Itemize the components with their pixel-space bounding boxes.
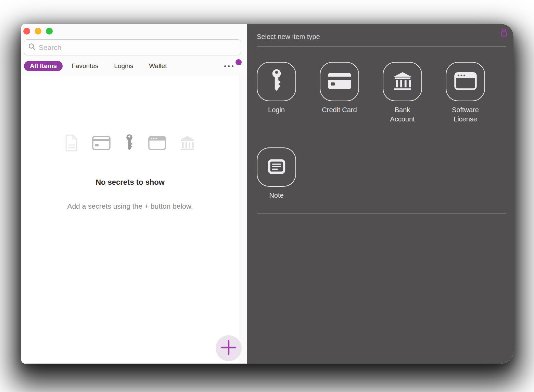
credit-card-tile[interactable]	[320, 62, 359, 101]
item-type-bank-account[interactable]: Bank Account	[383, 62, 422, 124]
window-controls	[21, 24, 247, 35]
note-tile[interactable]	[257, 147, 296, 187]
item-type-note[interactable]: Note	[257, 147, 296, 200]
zoom-window-button[interactable]	[46, 28, 53, 35]
tab-wallet[interactable]: Wallet	[149, 62, 167, 70]
empty-state-title: No secrets to show	[96, 178, 165, 187]
document-icon	[65, 134, 79, 153]
notification-dot-indicator	[236, 59, 242, 65]
empty-state-icons	[65, 134, 195, 154]
search-input[interactable]	[39, 43, 237, 52]
login-tile[interactable]	[257, 62, 296, 101]
credit-card-icon	[327, 72, 352, 91]
item-type-label: Note	[269, 191, 283, 200]
bank-icon	[392, 71, 413, 92]
new-item-dialog: Select new item type Login	[247, 24, 513, 364]
item-type-label: Login	[268, 105, 285, 115]
key-icon	[269, 69, 284, 95]
tab-all-items[interactable]: All Items	[24, 61, 63, 71]
dialog-divider-bottom	[257, 213, 506, 213]
tab-logins[interactable]: Logins	[114, 62, 133, 70]
ellipsis-icon[interactable]	[224, 65, 233, 67]
dialog-divider-top	[257, 47, 506, 47]
item-type-grid: Login Credit Card	[257, 62, 506, 200]
item-type-label: Credit Card	[322, 105, 357, 115]
item-type-credit-card[interactable]: Credit Card	[320, 62, 359, 124]
lock-icon[interactable]	[500, 28, 508, 38]
app-window: All Items Favorites Logins Wallet	[21, 24, 513, 364]
note-icon	[266, 156, 287, 179]
minimize-window-button[interactable]	[35, 28, 41, 35]
search-field[interactable]	[24, 39, 241, 55]
software-license-tile[interactable]	[446, 62, 485, 101]
credit-card-icon	[92, 136, 111, 152]
item-type-label: Software License	[446, 105, 485, 124]
close-window-button[interactable]	[23, 28, 30, 35]
item-type-software-license[interactable]: Software License	[446, 62, 485, 124]
app-window-icon	[454, 72, 477, 91]
panel-splitter[interactable]	[239, 76, 247, 364]
search-icon	[28, 43, 36, 52]
add-secret-button[interactable]	[216, 335, 242, 361]
key-icon	[124, 134, 135, 154]
sidebar-header: All Items Favorites Logins Wallet	[21, 24, 247, 76]
sidebar-body: No secrets to show Add a secrets using t…	[21, 76, 247, 364]
item-type-label: Bank Account	[383, 105, 422, 124]
secrets-list-empty-state: No secrets to show Add a secrets using t…	[21, 76, 239, 364]
dialog-title: Select new item type	[257, 33, 506, 41]
sidebar-panel: All Items Favorites Logins Wallet	[21, 24, 247, 364]
empty-state-subtitle: Add a secrets using the + button below.	[67, 202, 193, 210]
bank-icon	[179, 135, 195, 152]
bank-account-tile[interactable]	[383, 62, 422, 101]
item-type-login[interactable]: Login	[257, 62, 296, 124]
tab-favorites[interactable]: Favorites	[72, 62, 98, 70]
plus-icon	[221, 340, 237, 357]
app-window-icon	[148, 136, 166, 152]
filter-tabs: All Items Favorites Logins Wallet	[24, 61, 247, 71]
